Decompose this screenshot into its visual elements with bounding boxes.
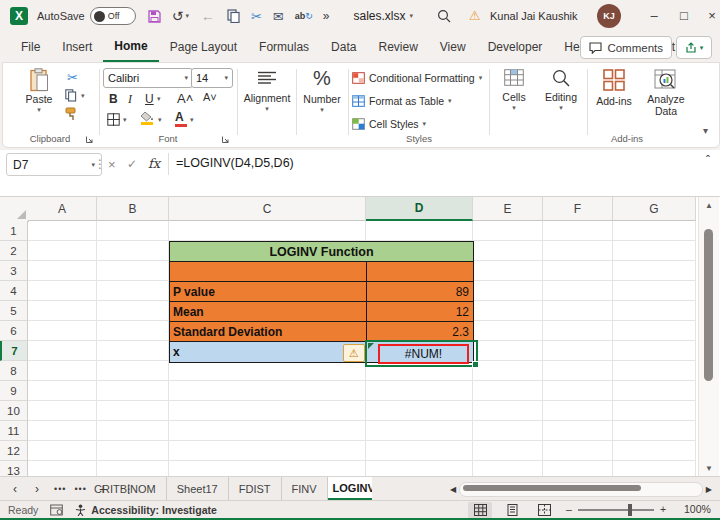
addins-button[interactable]: Add-ins <box>591 69 637 107</box>
next-sheet-icon[interactable]: › <box>26 482 48 496</box>
ribbon-tab-developer[interactable]: Developer <box>477 33 554 61</box>
excel-app-icon[interactable]: X <box>10 7 28 25</box>
accessibility-icon[interactable] <box>75 504 86 516</box>
close-button[interactable]: × <box>702 8 720 23</box>
formula-input[interactable]: =LOGINV(D4,D5,D6) <box>176 156 294 170</box>
decrease-font-button[interactable]: A˅ <box>203 91 217 103</box>
zoom-out-button[interactable]: – <box>566 503 572 515</box>
font-size-combo[interactable]: 14 ▾ <box>191 68 233 88</box>
error-warning-badge[interactable]: ⚠ <box>343 344 365 362</box>
row-header-12[interactable]: 12 <box>0 441 28 461</box>
row-header-4[interactable]: 4 <box>0 281 28 301</box>
row-header-10[interactable]: 10 <box>0 401 28 421</box>
error-value-D7[interactable]: #NUM! <box>378 344 469 364</box>
font-dialog-launcher[interactable] <box>221 135 230 144</box>
borders-chevron-icon[interactable]: ▾ <box>123 116 127 124</box>
paste-button[interactable]: Paste ▾ <box>19 68 59 114</box>
email-icon[interactable]: ✉ <box>273 9 284 24</box>
underline-chevron-icon[interactable]: ▾ <box>157 95 161 103</box>
file-name-chevron-icon[interactable]: ▾ <box>410 12 414 20</box>
column-header-D[interactable]: D <box>366 197 473 221</box>
zoom-slider-track[interactable] <box>578 509 654 511</box>
column-header-C[interactable]: C <box>169 197 366 221</box>
column-header-B[interactable]: B <box>97 197 169 221</box>
clipboard-dialog-launcher[interactable] <box>85 135 94 144</box>
page-layout-view-button[interactable] <box>500 502 524 518</box>
row-header-8[interactable]: 8 <box>0 361 28 381</box>
select-all-corner[interactable] <box>0 197 29 222</box>
accessibility-status[interactable]: Accessibility: Investigate <box>91 504 216 516</box>
ribbon-tab-file[interactable]: File <box>10 33 51 61</box>
cell-C4[interactable]: P value <box>169 281 367 302</box>
zoom-in-button[interactable]: + <box>660 503 666 515</box>
column-header-E[interactable]: E <box>473 197 543 221</box>
cells-group-button[interactable]: Cells ▾ <box>493 69 535 112</box>
sheet-tab-critbinom[interactable]: CRITBINOM <box>84 477 167 500</box>
more-qat-commands[interactable]: » <box>323 9 330 23</box>
borders-button[interactable] <box>107 113 120 126</box>
user-avatar[interactable]: KJ <box>597 4 621 28</box>
vertical-scrollbar[interactable]: ▲ ▼ <box>698 197 719 477</box>
cell-title-C2[interactable]: LOGINV Function <box>169 241 474 262</box>
cell-D6[interactable]: 2.3 <box>366 321 474 342</box>
fill-color-button[interactable] <box>141 112 154 125</box>
row-header-11[interactable]: 11 <box>0 421 28 441</box>
row-header-6[interactable]: 6 <box>0 321 28 341</box>
fill-color-chevron-icon[interactable]: ▾ <box>158 116 162 124</box>
row-header-5[interactable]: 5 <box>0 301 28 321</box>
underline-button[interactable]: U <box>145 92 154 106</box>
ribbon-tab-home[interactable]: Home <box>103 32 158 62</box>
collapse-ribbon-chevron-icon[interactable]: ▾ <box>703 125 708 136</box>
copy-icon[interactable] <box>227 9 240 23</box>
row-header-2[interactable]: 2 <box>0 241 28 261</box>
editing-group-button[interactable]: Editing ▾ <box>539 69 583 112</box>
font-color-chevron-icon[interactable]: ▾ <box>190 116 194 124</box>
undo-chevron-icon[interactable]: ▾ <box>185 12 189 20</box>
column-header-F[interactable]: F <box>543 197 613 221</box>
normal-view-button[interactable] <box>468 502 492 518</box>
ribbon-tab-formulas[interactable]: Formulas <box>248 33 320 61</box>
cell-D3[interactable] <box>366 261 474 282</box>
horizontal-scroll-track[interactable] <box>459 482 703 497</box>
alignment-group-button[interactable]: Alignment ▾ <box>241 71 293 113</box>
macro-record-icon[interactable] <box>50 504 63 516</box>
cell-D5[interactable]: 12 <box>366 301 474 322</box>
bold-button[interactable]: B <box>109 92 118 106</box>
row-header-7[interactable]: 7 <box>0 341 28 361</box>
spelling-icon[interactable]: ab↻ <box>295 11 313 21</box>
number-group-button[interactable]: % Number ▾ <box>299 67 345 114</box>
analyze-data-button[interactable]: Analyze Data <box>641 69 691 117</box>
fill-handle[interactable] <box>472 361 479 368</box>
format-as-table-button[interactable]: Format as Table ▾ <box>352 90 452 112</box>
conditional-formatting-button[interactable]: Conditional Formatting ▾ <box>352 67 482 89</box>
more-sheets-left-icon[interactable]: ••• <box>54 484 66 494</box>
name-box[interactable]: D7 ▾ <box>6 153 102 176</box>
ribbon-tab-view[interactable]: View <box>429 33 477 61</box>
column-header-A[interactable]: A <box>28 197 97 221</box>
cell-D4[interactable]: 89 <box>366 281 474 302</box>
ribbon-tab-page-layout[interactable]: Page Layout <box>159 33 248 61</box>
autosave-toggle[interactable]: Off <box>90 7 136 25</box>
collapse-formula-bar-icon[interactable]: ˆ <box>706 154 710 168</box>
confirm-entry-icon[interactable]: ✓ <box>127 157 137 171</box>
scroll-left-icon[interactable]: ◀ <box>450 485 456 494</box>
maximize-button[interactable]: □ <box>674 8 694 23</box>
vertical-scroll-thumb[interactable] <box>704 229 713 381</box>
font-color-button[interactable]: A <box>175 110 187 127</box>
cancel-entry-icon[interactable]: × <box>108 157 116 172</box>
cut-icon[interactable]: ✂ <box>251 9 262 24</box>
cell-C3[interactable] <box>169 261 367 282</box>
format-painter-button[interactable] <box>65 107 79 121</box>
zoom-slider-thumb[interactable] <box>628 504 632 516</box>
search-icon[interactable] <box>437 9 451 23</box>
cell-C6[interactable]: Standard Deviation <box>169 321 367 342</box>
sheet-tab-finv[interactable]: FINV <box>282 477 328 500</box>
ribbon-tab-insert[interactable]: Insert <box>51 33 103 61</box>
row-header-3[interactable]: 3 <box>0 261 28 281</box>
ribbon-tab-review[interactable]: Review <box>367 33 428 61</box>
row-header-9[interactable]: 9 <box>0 381 28 401</box>
share-button[interactable]: ▾ <box>676 36 712 59</box>
ribbon-tab-data[interactable]: Data <box>320 33 367 61</box>
file-name[interactable]: sales.xlsx <box>354 9 406 23</box>
undo-icon[interactable]: ↺ <box>172 8 184 24</box>
